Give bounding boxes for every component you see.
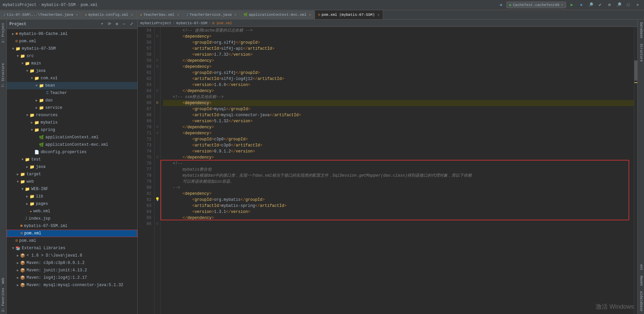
tab-label: mybatis-config.xml: [88, 13, 128, 17]
tree-item-test[interactable]: ▼ 📁 test: [7, 156, 137, 163]
module-name: mybatis-07-SSM: [42, 3, 76, 7]
tree-item[interactable]: ▼ 📁 mybatis-07-SSM: [7, 45, 137, 52]
tree-item-pom-selected[interactable]: m pom.xml: [7, 230, 137, 237]
tree-item-dao[interactable]: ▶ 📁 dao: [7, 97, 137, 104]
tab-close[interactable]: ✕: [131, 13, 133, 17]
tree-item-dbconfig[interactable]: 📄 dbconfig.properties: [7, 148, 137, 156]
code-line-57: <artifactId>slf4j-api</artifactId>: [163, 46, 634, 52]
code-line-81: <dependency>: [163, 191, 634, 197]
tab-label: pom.xml (mybatis-07-SSM): [322, 13, 375, 17]
add-tool-btn[interactable]: +: [99, 21, 105, 27]
sidebar-item-database[interactable]: Database: [638, 19, 644, 41]
tree-item-service[interactable]: ▶ 📁 service: [7, 104, 137, 111]
sidebar-item-maven[interactable]: Maven: [638, 273, 644, 288]
code-line-77: mybatis整合包: [163, 167, 634, 173]
tree-toggle: ▶: [15, 172, 20, 176]
search-button[interactable]: 🔎: [615, 1, 623, 9]
tree-item[interactable]: ▼ 📁 java: [7, 67, 137, 75]
folder-icon: 📁: [30, 69, 35, 74]
maximize-button[interactable]: □: [625, 1, 632, 9]
tree-toggle: [11, 239, 15, 243]
debug-button[interactable]: ●: [578, 1, 585, 9]
tree-item-appcontext[interactable]: 🌿 applicationContext.xml: [7, 134, 137, 141]
tab-teacherdao-xml[interactable]: ✦ TeacherDao.xml ✕: [137, 10, 183, 19]
code-line-65: <!-- ssm整合其他依赖-->: [163, 94, 634, 100]
tree-item[interactable]: ▶ ■ mybatis-06-Cache.iml: [7, 30, 137, 38]
tree-label: Maven: junit:junit:4.13.2: [27, 268, 87, 273]
tree-item-mybatis[interactable]: ▶ 📁 mybatis: [7, 119, 137, 126]
tree-toggle: [15, 224, 20, 228]
tree-item-spring[interactable]: ▼ 📁 spring: [7, 126, 137, 134]
tree-item-pages[interactable]: ▶ 📁 pages: [7, 200, 137, 208]
tree-item[interactable]: m pom.xml: [7, 38, 137, 45]
tree-item-mysql[interactable]: ▶ 📦 Maven: mysql:mysql-connector-java:5.…: [7, 281, 137, 289]
gear-tool-btn[interactable]: ⚙: [114, 21, 120, 27]
tree-label: main: [31, 61, 41, 66]
code-line-73: <artifactId>c3p0</artifactId>: [163, 142, 634, 148]
tab-close[interactable]: ✕: [76, 13, 78, 17]
tree-label: pages: [36, 201, 48, 206]
tree-label: resources: [36, 113, 58, 118]
tree-item-jdk[interactable]: ▶ 📦 < 1.8 > D:\Java\java1.8: [7, 252, 137, 259]
windows-watermark: 激活 Windows: [596, 303, 634, 311]
tab-teacherservice-java[interactable]: J TeacherService.java ✕: [183, 10, 240, 19]
back-button[interactable]: ◀: [497, 1, 504, 9]
sync-tool-btn[interactable]: ⟳: [106, 21, 112, 27]
run-config[interactable]: ▶ CacheTest.cacheTest05 ▾: [506, 2, 566, 8]
minimize-tool-btn[interactable]: —: [121, 21, 127, 27]
tree-item-pom-root[interactable]: m pom.xml: [7, 237, 137, 244]
code-line-62: <artifactId>slf4j-log4j12</artifactId>: [163, 76, 634, 82]
tree-item[interactable]: ▼ 📁 src: [7, 52, 137, 60]
sidebar-item-ant[interactable]: Ant: [638, 262, 644, 273]
tree-toggle: ▶: [34, 106, 39, 110]
tab-teacherdao-java[interactable]: J tis-07-SSM\...\TeacherDao.java ✕: [0, 10, 82, 19]
tree-toggle: ▼: [25, 69, 30, 73]
settings-button[interactable]: ⚙: [606, 1, 613, 9]
code-content[interactable]: <!-- 使用cache需要的日志依赖 --> <dependency> <gr…: [160, 27, 634, 228]
tab-close[interactable]: ✕: [177, 13, 179, 17]
code-line-86: [163, 221, 634, 227]
tab-pom-xml[interactable]: m pom.xml (mybatis-07-SSM) ✕: [315, 10, 383, 19]
sidebar-item-structure[interactable]: Structure: [638, 41, 644, 64]
sidebar-item-web[interactable]: Web: [0, 276, 6, 286]
tree-item[interactable]: ▼ 📁 com.xu1: [7, 75, 137, 82]
tree-label: Maven: c3p0:c3p0:0.9.1.2: [27, 261, 85, 265]
tree-item-teacher[interactable]: C Teacher: [7, 89, 137, 97]
sidebar-item-structure[interactable]: 7: Structure: [0, 60, 6, 91]
folder-icon: 📁: [34, 120, 39, 125]
tab-mybatis-config[interactable]: ✦ mybatis-config.xml ✕: [82, 10, 137, 19]
tree-item-lib[interactable]: ▶ 📁 lib: [7, 193, 137, 200]
tree-item-test-java[interactable]: ▶ 📁 java: [7, 163, 137, 171]
run-button[interactable]: ▶: [568, 1, 576, 9]
tree-item-log4j[interactable]: ▶ 📦 Maven: log4j:log4j:1.2.17: [7, 274, 137, 281]
minimap-thumb[interactable]: [634, 60, 637, 81]
tab-appcontext-mvc[interactable]: 🌿 applicationContext-mvc.xml ✕: [240, 10, 315, 19]
tab-close[interactable]: ✕: [234, 13, 236, 17]
sidebar-item-aldatabase[interactable]: aldatabase: [638, 288, 644, 314]
tree-item-bean[interactable]: ▼ 📁 bean: [7, 82, 137, 89]
tree-toggle: [11, 40, 15, 43]
close-button[interactable]: ✕: [634, 1, 641, 9]
tree-item-c3p0[interactable]: ▶ 📦 Maven: c3p0:c3p0:0.9.1.2: [7, 259, 137, 267]
sidebar-item-favorites[interactable]: 2: Favorites: [0, 286, 6, 314]
tree-item-web[interactable]: ▼ 📁 web: [7, 178, 137, 185]
tree-item-index-jsp[interactable]: J index.jsp: [7, 215, 137, 222]
tree-item-junit[interactable]: ▶ 📦 Maven: junit:junit:4.13.2: [7, 267, 137, 274]
tree-item-resources[interactable]: ▼ 📁 resources: [7, 111, 137, 119]
expand-tool-btn[interactable]: ⤢: [129, 21, 135, 27]
tree-label: pom.xml: [19, 238, 36, 243]
tree-item-webinf[interactable]: ▼ 📁 WEB-INF: [7, 185, 137, 193]
sidebar-item-project[interactable]: 1: Project: [0, 19, 6, 46]
tab-close[interactable]: ✕: [309, 13, 311, 17]
tree-item-ext-libs[interactable]: ▼ 📚 External Libraries: [7, 244, 137, 252]
breadcrumb-bar: mybatisProject › mybatis-07-SSM › m pom.…: [138, 19, 637, 27]
tree-item-appcontext-mvc[interactable]: 🌿 applicationContext-mvc.xml: [7, 141, 137, 148]
coverage-button[interactable]: ✔: [596, 1, 604, 9]
profile-button[interactable]: 🔎: [587, 1, 594, 9]
tree-item[interactable]: ▼ 📁 main: [7, 60, 137, 67]
tab-close[interactable]: ✕: [377, 13, 379, 17]
breadcrumb-project: mybatisProject: [140, 21, 171, 25]
tree-item-iml[interactable]: ■ mybatis-07-SSM.iml: [7, 222, 137, 230]
tree-item-webxml[interactable]: ✦ web.xml: [7, 208, 137, 215]
tree-item-target[interactable]: ▶ 📁 target: [7, 171, 137, 178]
